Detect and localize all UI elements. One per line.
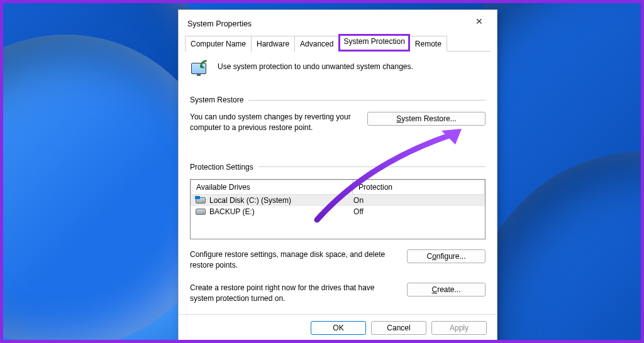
tab-remote[interactable]: Remote: [409, 36, 447, 52]
close-icon[interactable]: ✕: [469, 16, 489, 31]
configure-desc: Configure restore settings, manage disk …: [190, 249, 398, 271]
system-restore-row: You can undo system changes by reverting…: [190, 112, 486, 134]
window-title: System Properties: [187, 19, 252, 28]
tab-system-protection[interactable]: System Protection: [338, 34, 409, 52]
drives-table: Available Drives Protection Local Disk (…: [190, 179, 486, 239]
apply-button: Apply: [431, 321, 487, 335]
dialog-button-bar: OK Cancel Apply: [179, 315, 497, 343]
drive-name: Local Disk (C:) (System): [209, 196, 291, 205]
create-row: Create a restore point right now for the…: [190, 283, 486, 305]
drive-icon: [196, 209, 206, 215]
titlebar: System Properties ✕: [179, 10, 497, 34]
create-desc: Create a restore point right now for the…: [190, 283, 398, 305]
intro-row: Use system protection to undo unwanted s…: [190, 59, 486, 80]
drive-protection: Off: [353, 207, 480, 216]
table-header: Available Drives Protection: [191, 180, 485, 195]
group-label: Protection Settings: [190, 163, 253, 172]
tab-strip: Computer Name Hardware Advanced System P…: [179, 34, 497, 52]
group-label: System Restore: [190, 95, 243, 104]
create-button[interactable]: Create...: [407, 283, 486, 297]
system-protection-icon: [190, 59, 211, 80]
group-system-restore: System Restore: [190, 95, 486, 104]
configure-button[interactable]: Configure...: [407, 249, 486, 263]
tab-content: Use system protection to undo unwanted s…: [179, 52, 497, 314]
group-protection-settings: Protection Settings: [190, 163, 486, 172]
table-row[interactable]: Local Disk (C:) (System) On: [191, 195, 485, 206]
system-properties-dialog: System Properties ✕ Computer Name Hardwa…: [178, 9, 497, 343]
table-row[interactable]: BACKUP (E:) Off: [191, 206, 485, 217]
system-restore-desc: You can undo system changes by reverting…: [190, 112, 358, 134]
tab-hardware[interactable]: Hardware: [251, 36, 295, 52]
col-protection[interactable]: Protection: [353, 180, 485, 195]
drive-icon: [196, 197, 206, 204]
tab-computer-name[interactable]: Computer Name: [185, 36, 252, 52]
col-available-drives[interactable]: Available Drives: [191, 180, 353, 195]
cancel-button[interactable]: Cancel: [371, 321, 426, 335]
intro-text: Use system protection to undo unwanted s…: [218, 59, 413, 72]
tab-advanced[interactable]: Advanced: [294, 36, 339, 52]
ok-button[interactable]: OK: [311, 321, 366, 335]
system-restore-button[interactable]: System Restore...: [367, 112, 486, 126]
drive-name: BACKUP (E:): [209, 207, 255, 216]
drive-protection: On: [353, 196, 480, 205]
configure-row: Configure restore settings, manage disk …: [190, 249, 486, 271]
